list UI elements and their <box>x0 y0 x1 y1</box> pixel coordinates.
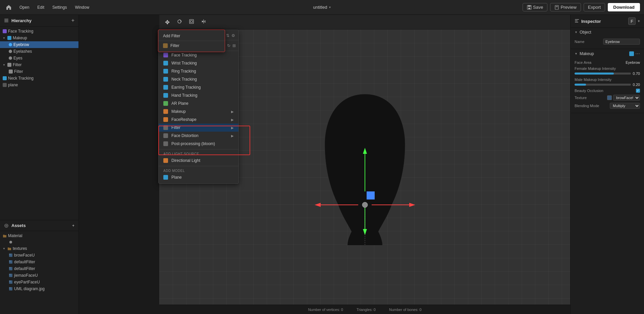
tree-item-face-tracking[interactable]: Face Tracking <box>0 28 78 35</box>
object-section-header[interactable]: ▼ Object <box>571 28 644 37</box>
title-chevron[interactable]: ▾ <box>329 5 331 9</box>
blending-mode-label: Blending Mode <box>575 104 599 108</box>
move-tool[interactable] <box>162 18 173 26</box>
tree-item-eyebrow[interactable]: Eyebrow <box>0 41 78 48</box>
makeup-section-header[interactable]: ▼ Makeup ⋯ <box>571 49 644 58</box>
refresh-icon[interactable]: ↻ <box>227 43 230 48</box>
folder-icon-2 <box>7 246 11 251</box>
svg-rect-27 <box>191 20 193 23</box>
asset-material[interactable]: Material <box>0 232 78 239</box>
cap-post-processing[interactable]: Post-processing (bloom) <box>159 140 238 148</box>
save-button[interactable]: Save <box>523 3 547 11</box>
inspector-title: Inspector <box>581 19 601 24</box>
menu-open[interactable]: Open <box>16 4 33 11</box>
svg-rect-22 <box>9 280 11 282</box>
blending-mode-select[interactable]: Multiply <box>610 103 640 109</box>
expand-icon[interactable]: ⇅ <box>226 33 229 38</box>
grid-icon[interactable]: ⊞ <box>232 43 236 48</box>
svg-rect-37 <box>367 191 375 199</box>
asset-defaultFilter[interactable]: defaultFilter <box>0 259 78 265</box>
cap-filter[interactable]: Filter ▶ <box>159 124 238 132</box>
asset-UML[interactable]: UML diagram.jpg <box>0 285 78 292</box>
asset-browFaceU[interactable]: browFaceU <box>0 252 78 259</box>
tree-item-eyelashes[interactable]: Eyelashes <box>0 48 78 55</box>
assets-add-btn[interactable]: + <box>72 223 74 228</box>
assets-header: Assets + <box>0 220 78 231</box>
name-input[interactable] <box>603 39 640 45</box>
asset-textures[interactable]: ▼ textures <box>0 245 78 252</box>
inspector-header: Inspector F + <box>571 15 644 28</box>
cap-directional-light[interactable]: Directional Light <box>159 156 238 165</box>
svg-rect-6 <box>4 19 8 19</box>
hierarchy-add-btn[interactable]: + <box>71 17 74 24</box>
svg-rect-40 <box>575 19 579 20</box>
assets-panel: Assets + Material ▼ tex <box>0 220 78 314</box>
texture-icon-3 <box>9 267 13 271</box>
menu-settings[interactable]: Settings <box>49 4 70 11</box>
face-area-label: Face Area <box>575 60 591 64</box>
tree-item-filter-item[interactable]: Filter <box>0 68 78 75</box>
makeup-more-btn[interactable]: ⋯ <box>635 51 640 56</box>
beauty-occlusion-label: Beauty Occlusion <box>575 89 603 93</box>
left-sidebar: Hierarchy + Face Tracking ▼ Makeup <box>0 15 79 314</box>
female-intensity-value: 0.70 <box>633 72 640 76</box>
download-button[interactable]: Download <box>608 3 640 11</box>
name-label: Name <box>575 40 584 44</box>
svg-rect-5 <box>556 7 558 7</box>
export-button[interactable]: Export <box>584 3 605 11</box>
hierarchy-header: Hierarchy + <box>0 15 78 27</box>
cap-face-tracking[interactable]: Face Tracking <box>159 51 238 59</box>
head-silhouette <box>311 84 419 245</box>
cap-face-distortion[interactable]: Face Distortion ▶ <box>159 132 238 140</box>
makeup-section: ▼ Makeup ⋯ Face Area Eyebrow Female Make… <box>571 49 644 113</box>
add-model-label: Add Model <box>159 168 238 173</box>
asset-mat-sphere[interactable] <box>0 239 78 245</box>
cap-plane-model[interactable]: Plane <box>159 173 238 181</box>
assets-tree: Material ▼ textures browFaceU <box>0 231 78 314</box>
object-section-label: Object <box>580 30 591 35</box>
cap-hand-tracking[interactable]: Hand Tracking <box>159 91 238 99</box>
mirror-tool[interactable] <box>198 17 209 27</box>
vertices-stat: Number of vertices: 0 <box>308 308 343 312</box>
menu-edit[interactable]: Edit <box>34 4 48 11</box>
svg-rect-42 <box>575 22 578 23</box>
home-icon[interactable] <box>4 3 13 12</box>
face-area-value: Eyebrow <box>626 60 640 64</box>
asset-defaultFilter2[interactable]: defaultFilter <box>0 265 78 272</box>
tree-item-neck-tracking[interactable]: Neck Tracking <box>0 75 78 82</box>
settings-icon[interactable]: ⚙ <box>231 33 235 38</box>
filter-submenu: Add Filter Filter <box>158 30 225 52</box>
preview-button[interactable]: Preview <box>550 3 581 11</box>
texture-icon-6 <box>9 287 13 291</box>
filter-submenu-filter[interactable]: Filter <box>158 42 225 50</box>
rotate-tool[interactable] <box>174 17 185 27</box>
cap-neck-tracking[interactable]: Neck Tracking <box>159 75 238 83</box>
cap-makeup[interactable]: Makeup ▶ <box>159 107 238 116</box>
cap-ring-tracking[interactable]: Ring Tracking <box>159 67 238 75</box>
asset-jiemaoFaceU[interactable]: jiemaoFaceU <box>0 272 78 279</box>
triangles-stat: Triangles: 0 <box>357 308 376 312</box>
frame-tool[interactable] <box>186 17 197 27</box>
svg-rect-26 <box>190 19 194 24</box>
svg-point-12 <box>9 241 12 243</box>
cap-face-reshape[interactable]: FaceReshape ▶ <box>159 116 238 124</box>
asset-eyePartFaceU[interactable]: eyePartFaceU <box>0 279 78 285</box>
svg-marker-36 <box>315 203 321 207</box>
svg-rect-4 <box>556 6 558 6</box>
svg-rect-14 <box>9 254 11 255</box>
cap-earring-tracking[interactable]: Earring Tracking <box>159 83 238 91</box>
svg-rect-41 <box>575 20 578 21</box>
male-intensity-label: Male Makeup Intensity <box>575 78 611 82</box>
tree-item-makeup[interactable]: ▼ Makeup <box>0 35 78 41</box>
tree-item-filter-group[interactable]: ▼ Filter <box>0 61 78 68</box>
inspector-add-btn[interactable]: + <box>638 19 640 24</box>
svg-rect-20 <box>9 274 11 275</box>
menu-window[interactable]: Window <box>71 4 93 11</box>
beauty-occlusion-checkbox[interactable]: ✓ <box>636 89 640 93</box>
tree-item-eyes[interactable]: Eyes <box>0 55 78 61</box>
texture-icon-2 <box>9 260 13 264</box>
tree-item-plane[interactable]: plane <box>0 82 78 88</box>
cap-ar-plane[interactable]: AR Plane <box>159 99 238 107</box>
texture-select[interactable]: browFaceU <box>613 95 640 101</box>
cap-wrist-tracking[interactable]: Wrist Tracking <box>159 59 238 67</box>
